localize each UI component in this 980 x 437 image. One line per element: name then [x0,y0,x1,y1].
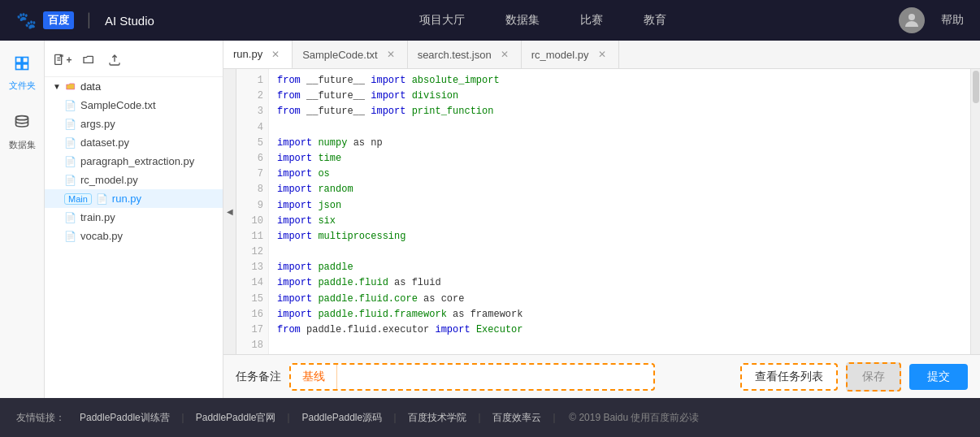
list-item[interactable]: 📄 vocab.py [45,227,223,245]
list-item[interactable]: 📄 args.py [45,115,223,133]
nav-items: 项目大厅 数据集 比赛 教育 [187,9,899,32]
tab-run-py[interactable]: run.py ✕ [223,41,293,69]
files-icon-label: 文件夹 [9,80,36,92]
file-name: args.py [80,118,115,130]
file-name: dataset.py [80,136,129,149]
top-nav: 🐾 百度 │ AI Studio 项目大厅 数据集 比赛 教育 帮助 [0,0,980,41]
editor-area: run.py ✕ SampleCode.txt ✕ search.test.js… [223,41,980,398]
tab-close-btn[interactable]: ✕ [269,48,282,61]
file-icon: 📄 [64,137,76,149]
nav-right: 帮助 [899,7,964,33]
sidebar-files-btn[interactable] [7,49,37,78]
baidu-bear-icon: 🐾 [16,11,37,30]
nav-education[interactable]: 教育 [644,9,666,32]
footer-link-paddlesrc[interactable]: PaddlePaddle源码 [301,411,382,425]
nav-competitions[interactable]: 比赛 [580,9,603,32]
tab-close-btn[interactable]: ✕ [384,48,397,61]
task-bar: 任务备注 基线 查看任务列表 保存 提交 [223,354,980,398]
footer-copyright: © 2019 Baidu 使用百度前必读 [569,411,699,425]
task-right: 查看任务列表 保存 提交 [740,362,968,392]
file-name: run.py [112,193,141,205]
upload-btn[interactable] [105,50,124,70]
tab-close-btn[interactable]: ✕ [596,48,609,61]
nav-logo: 🐾 百度 │ AI Studio [16,11,154,30]
file-tree: + ▼ data 📄 SampleCode.txt 📄 args.py 📄 da… [45,41,223,398]
svg-rect-4 [23,64,28,70]
svg-rect-1 [16,58,22,63]
tab-close-btn[interactable]: ✕ [498,48,511,61]
list-item[interactable]: Main 📄 run.py [45,189,223,208]
nav-datasets[interactable]: 数据集 [505,9,540,32]
save-btn[interactable]: 保存 [846,362,901,392]
editor-tabs: run.py ✕ SampleCode.txt ✕ search.test.js… [223,41,980,69]
footer: 友情链接： PaddlePaddle训练营 ｜ PaddlePaddle官网 ｜… [0,398,980,437]
file-name: paragraph_extraction.py [80,155,194,167]
sidebar-icons: 文件夹 数据集 [0,41,45,398]
file-name: rc_model.py [80,174,138,186]
tab-label: run.py [233,48,262,60]
dataset-icon-label: 数据集 [9,139,36,151]
logo-baidu: 百度 [43,11,74,29]
baseline-tab[interactable]: 基线 [291,365,337,389]
logo-studio: AI Studio [105,14,154,28]
logo-divider: │ [85,13,93,28]
new-folder-btn[interactable] [79,50,98,70]
nav-help[interactable]: 帮助 [941,13,964,28]
tab-rc-model[interactable]: rc_model.py ✕ [522,41,619,69]
scrollbar-thumb[interactable] [973,71,979,103]
code-scrollbar[interactable] [970,69,980,354]
svg-rect-2 [23,58,28,63]
svg-rect-3 [16,64,22,70]
list-item[interactable]: 📄 SampleCode.txt [45,96,223,115]
file-icon: 📄 [64,212,76,223]
avatar[interactable] [899,7,925,33]
footer-link-baidutec[interactable]: 百度技术学院 [408,411,466,425]
folder-arrow-icon: ▼ [53,82,61,91]
list-item[interactable]: 📄 dataset.py [45,133,223,152]
file-name: vocab.py [80,230,123,242]
main-badge: Main [64,193,92,205]
new-file-btn[interactable]: + [53,50,72,70]
tab-label: rc_model.py [531,49,589,61]
list-item[interactable]: 📄 train.py [45,208,223,227]
view-tasks-btn[interactable]: 查看任务列表 [740,363,838,391]
collapse-btn[interactable]: ◀ [223,69,236,354]
file-icon: 📄 [64,100,76,111]
list-item[interactable]: 📄 paragraph_extraction.py [45,152,223,171]
nav-projects[interactable]: 项目大厅 [419,9,465,32]
file-icon: 📄 [64,156,76,167]
root-folder[interactable]: ▼ data [45,77,223,96]
list-item[interactable]: 📄 rc_model.py [45,171,223,189]
task-input-wrap: 基线 [289,363,655,391]
footer-link-paddleweb[interactable]: PaddlePaddle官网 [196,411,276,425]
tab-search-test[interactable]: search.test.json ✕ [408,41,522,69]
tab-label: SampleCode.txt [302,49,378,61]
svg-point-0 [908,14,915,20]
code-editor: ◀ 1234 5678 9101112 13141516 17181920 21… [223,69,980,354]
task-label: 任务备注 [236,370,281,384]
file-icon: 📄 [96,193,108,205]
file-icon: 📄 [64,231,76,242]
footer-link-baiducloud[interactable]: 百度效率云 [492,411,541,425]
file-icon: 📄 [64,119,76,130]
submit-btn[interactable]: 提交 [909,364,968,390]
footer-label: 友情链接： [16,411,65,425]
sidebar-dataset-btn[interactable] [7,108,37,137]
footer-link-paddlecamp[interactable]: PaddlePaddle训练营 [80,411,170,425]
file-name: SampleCode.txt [80,99,156,111]
file-tree-toolbar: + [45,47,223,77]
svg-point-5 [16,116,28,120]
line-numbers: 1234 5678 9101112 13141516 17181920 2122… [236,69,269,354]
file-icon: 📄 [64,175,76,186]
root-folder-name: data [80,80,101,93]
tab-samplecode[interactable]: SampleCode.txt ✕ [293,41,408,69]
file-name: train.py [80,211,115,223]
main-container: 文件夹 数据集 + ▼ data 📄 SampleCode. [0,41,980,398]
tab-label: search.test.json [418,49,492,61]
code-content[interactable]: from __future__ import absolute_import f… [269,69,970,354]
task-input[interactable] [337,366,653,388]
